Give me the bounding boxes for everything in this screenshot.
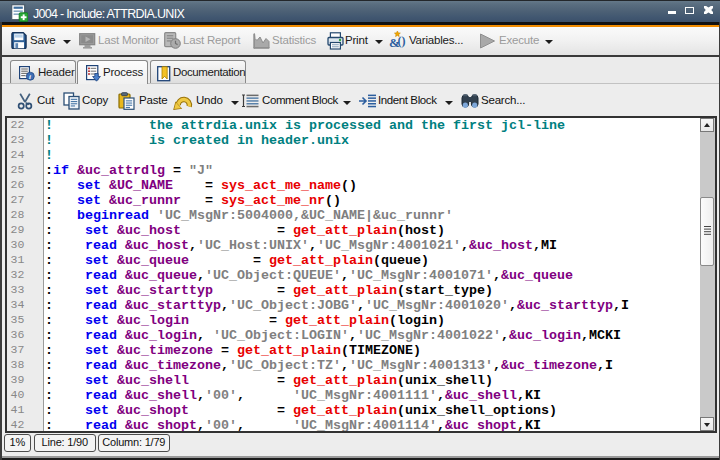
svg-text:i: i — [29, 73, 31, 81]
